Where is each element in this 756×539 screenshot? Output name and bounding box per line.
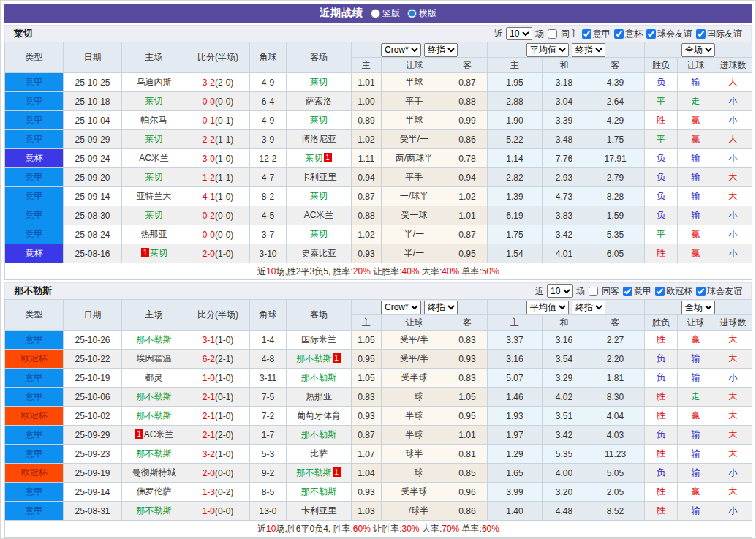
layout-option-vertical[interactable]: 竖版 (371, 7, 400, 20)
result-goals: 大 (714, 407, 752, 426)
avg-away-odds: 2.79 (586, 168, 645, 187)
match-row: 欧冠杯25-09-19曼彻斯特城2-0(0-0)9-2那不勒斯11.04一球0.… (5, 464, 752, 483)
away-team: 那不勒斯 (287, 483, 352, 502)
result-group-header: 全场 (645, 300, 752, 315)
same-venue-label: 同主 (561, 28, 578, 40)
league-checkbox[interactable] (614, 29, 624, 39)
sub-column-header: 让球 (678, 58, 714, 73)
league-badge: 意甲 (5, 130, 64, 149)
final-odds-select[interactable]: 终指 (424, 301, 458, 314)
avg-home-odds: 1.97 (488, 426, 543, 445)
match-date: 25-10-18 (64, 92, 122, 111)
league-filter[interactable]: 意杯 (613, 28, 643, 40)
away-team-name: 卡利亚里 (301, 505, 336, 516)
match-row: 意甲25-09-14亚特兰大4-1(1-0)8-2莱切0.87一/球半1.021… (5, 187, 752, 206)
handicap-line: 一/球半 (382, 502, 447, 521)
sub-column-header: 和 (543, 315, 586, 331)
score: 1-3(0-2) (186, 483, 250, 502)
games-count-select[interactable]: 10 (547, 284, 573, 298)
handicap-home-odds: 1.02 (352, 130, 382, 149)
bookmaker-select[interactable]: Crow* (381, 301, 421, 314)
halftime-score: (2-1) (215, 354, 233, 364)
average-select[interactable]: 平均值 (526, 301, 569, 314)
avg-away-odds: 2.05 (586, 483, 645, 502)
away-team: 莱切1 (287, 149, 352, 168)
league-filter[interactable]: 欧冠杯 (654, 285, 692, 298)
summary-part: 60% (482, 524, 499, 534)
league-checkbox-label: 意杯 (625, 28, 643, 40)
match-date: 25-09-29 (64, 130, 122, 149)
fulltime-score: 1-0 (203, 506, 215, 516)
result-wdl: 负 (645, 350, 678, 369)
summary-part: 30% (402, 524, 420, 534)
match-date: 25-10-26 (64, 331, 122, 350)
layout-option-horizontal[interactable]: 横版 (407, 7, 436, 20)
league-checkbox[interactable] (696, 29, 706, 39)
handicap-away-odds: 0.95 (447, 244, 488, 263)
team-section: 莱切近10场同主意甲意杯球会友谊国际友谊类型日期主场比分(半场)角球客场Crow… (4, 25, 752, 280)
league-checkbox-label: 球会友谊 (707, 285, 742, 298)
scope-select[interactable]: 全场 (681, 301, 715, 314)
handicap-odds-group-header: Crow*终指 (352, 300, 488, 315)
halftime-score: (0-0) (215, 506, 233, 516)
avg-away-odds: 4.03 (586, 426, 645, 445)
halftime-score: (0-2) (215, 487, 233, 497)
match-date: 25-08-24 (64, 225, 122, 244)
halftime-score: (1-0) (215, 249, 233, 259)
league-filter[interactable]: 国际友谊 (695, 28, 742, 40)
away-team: 那不勒斯 (287, 369, 352, 388)
score: 2-0(1-0) (186, 244, 250, 263)
league-checkbox[interactable] (582, 29, 591, 39)
average-select[interactable]: 平均值 (526, 43, 569, 57)
same-venue-checkbox[interactable] (548, 29, 557, 39)
league-checkbox[interactable] (696, 287, 706, 296)
avg-home-odds: 1.90 (488, 111, 543, 130)
match-row: 意甲25-10-19都灵1-0(1-0)3-11那不勒斯1.05受半球0.835… (5, 369, 752, 388)
away-team-name: 莱切 (310, 191, 328, 201)
home-team-name: 那不勒斯 (137, 334, 172, 344)
handicap-home-odds: 0.87 (352, 187, 382, 206)
avg-away-odds: 2.27 (586, 331, 645, 350)
red-card-badge: 1 (324, 153, 332, 162)
avg-home-odds: 1.95 (488, 73, 543, 92)
handicap-line: 半球 (382, 73, 447, 92)
result-handicap: 赢 (678, 225, 714, 244)
handicap-line: 受半/一 (382, 130, 447, 149)
handicap-away-odds: 0.88 (447, 92, 488, 111)
result-wdl: 负 (645, 168, 678, 187)
league-filter[interactable]: 球会友谊 (646, 28, 692, 40)
match-date: 25-09-19 (64, 464, 122, 483)
league-checkbox[interactable] (623, 287, 632, 296)
vertical-radio[interactable] (371, 9, 380, 18)
avg-home-odds: 1.40 (488, 502, 543, 521)
league-checkbox[interactable] (655, 287, 665, 296)
handicap-away-odds: 1.02 (447, 187, 488, 206)
result-wdl: 平 (645, 92, 678, 111)
avg-home-odds: 2.88 (488, 92, 543, 111)
team-name: 那不勒斯 (14, 284, 52, 298)
away-team-name: 博洛尼亚 (301, 134, 336, 144)
avg-home-odds: 6.19 (488, 206, 543, 225)
scope-select[interactable]: 全场 (681, 43, 715, 57)
result-goals: 大 (714, 388, 752, 407)
fulltime-score: 4-1 (203, 192, 215, 202)
score: 2-1(2-0) (186, 426, 250, 445)
home-team-name: 帕尔马 (141, 115, 167, 125)
horizontal-radio[interactable] (407, 9, 417, 18)
league-filter[interactable]: 意甲 (622, 285, 651, 298)
fulltime-score: 2-1 (203, 411, 215, 421)
league-checkbox[interactable] (646, 29, 656, 39)
bookmaker-select[interactable]: Crow* (381, 43, 421, 57)
handicap-home-odds: 0.87 (352, 426, 382, 445)
games-count-select[interactable]: 10 (506, 27, 532, 40)
final-odds-select-2[interactable]: 终指 (572, 301, 605, 314)
home-team-name: 埃因霍温 (137, 353, 172, 363)
league-filter[interactable]: 球会友谊 (695, 285, 742, 298)
sub-column-header: 胜负 (645, 58, 678, 73)
league-filter[interactable]: 意甲 (581, 28, 611, 40)
final-odds-select-2[interactable]: 终指 (572, 43, 605, 57)
result-handicap: 输 (678, 187, 714, 206)
score: 3-2(2-0) (186, 73, 250, 92)
same-venue-checkbox[interactable] (589, 287, 598, 296)
final-odds-select[interactable]: 终指 (424, 43, 458, 57)
